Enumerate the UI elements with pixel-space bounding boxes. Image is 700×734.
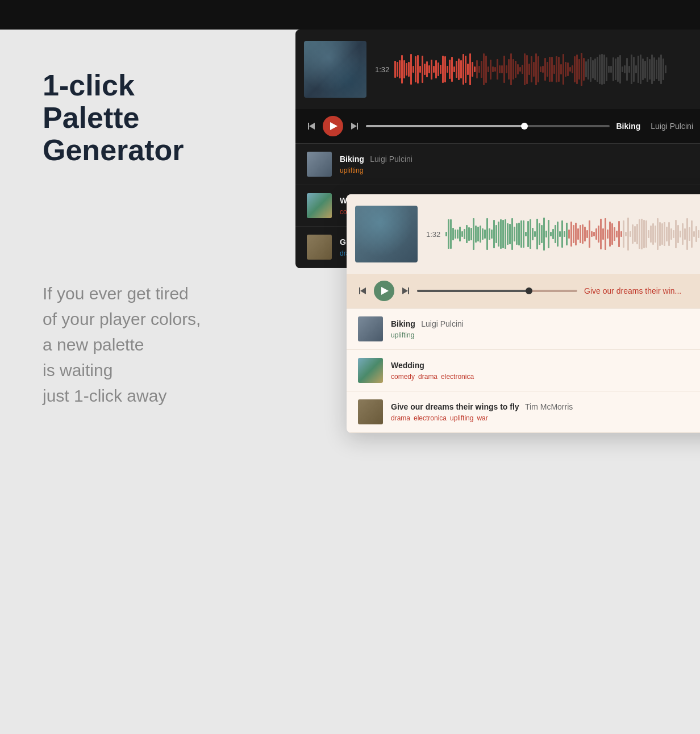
dark-player-track-name: Biking bbox=[616, 122, 641, 131]
dark-player-album-art bbox=[304, 41, 366, 98]
dark-player-progress-fill bbox=[366, 125, 524, 127]
light-player-progress-bar[interactable] bbox=[417, 290, 577, 292]
light-tag-uplifting: uplifting bbox=[391, 331, 414, 339]
light-tag-uplifting2: uplifting bbox=[450, 414, 473, 422]
light-player: 1:32 bbox=[347, 194, 700, 433]
dark-player-next-button[interactable] bbox=[350, 122, 359, 131]
light-track-thumb-wedding bbox=[358, 358, 383, 383]
dark-player-progress-thumb bbox=[521, 123, 528, 130]
light-track-thumb-biking bbox=[358, 316, 383, 341]
light-track-thumb-dreams bbox=[358, 399, 383, 424]
light-player-album-art bbox=[355, 206, 418, 262]
dark-player-waveform-display: 1:32 bbox=[375, 47, 693, 92]
light-tag-war: war bbox=[477, 414, 488, 422]
svg-marker-4 bbox=[360, 287, 366, 294]
light-track-item-biking[interactable]: Biking Luigi Pulcini uplifting bbox=[347, 308, 700, 350]
light-track-meta-dreams: Give our dreams their wings to fly Tim M… bbox=[391, 402, 700, 422]
light-track-name-wedding: Wedding bbox=[391, 361, 424, 370]
dark-track-thumb-biking bbox=[307, 152, 332, 177]
light-player-progress-thumb bbox=[526, 287, 532, 294]
dark-track-thumb-dreams bbox=[307, 235, 332, 260]
light-player-next-button[interactable] bbox=[401, 286, 410, 295]
dark-player-progress-bar[interactable] bbox=[366, 125, 610, 127]
dark-track-name-row: Biking Luigi Pulcini bbox=[340, 154, 693, 164]
dark-player-time: 1:32 bbox=[375, 65, 389, 74]
light-track-artist-biking: Luigi Pulcini bbox=[421, 319, 464, 328]
light-player-prev-button[interactable] bbox=[358, 286, 367, 295]
light-tag-electronica2: electronica bbox=[414, 414, 447, 422]
light-track-tags-biking: uplifting bbox=[391, 331, 700, 339]
light-player-track-info: Give our dreams their win... bbox=[584, 286, 700, 295]
svg-marker-0 bbox=[309, 123, 315, 130]
light-tag-comedy: comedy bbox=[391, 373, 415, 381]
light-player-progress-fill bbox=[417, 290, 529, 292]
svg-marker-2 bbox=[351, 123, 357, 130]
light-track-tags-dreams: drama electronica uplifting war bbox=[391, 414, 700, 422]
light-player-play-icon bbox=[381, 287, 389, 295]
dark-player-track-artist: Luigi Pulcini bbox=[651, 122, 693, 131]
svg-rect-7 bbox=[408, 287, 409, 294]
dark-player-controls: Biking Luigi Pulcini bbox=[295, 109, 700, 143]
dark-player-play-button[interactable] bbox=[323, 116, 343, 136]
page-title: 1-click Palette Generator bbox=[43, 69, 261, 167]
dark-track-thumb-wedding bbox=[307, 193, 332, 218]
dark-track-item-biking[interactable]: Biking Luigi Pulcini uplifting bbox=[295, 144, 700, 185]
svg-rect-5 bbox=[359, 287, 360, 294]
top-bar bbox=[0, 0, 700, 30]
light-track-meta-wedding: Wedding comedy drama electronica bbox=[391, 360, 700, 381]
light-track-name-dreams: Give our dreams their wings to fly bbox=[391, 402, 519, 411]
light-track-artist-dreams: Tim McMorris bbox=[525, 402, 573, 411]
light-track-name-row-biking: Biking Luigi Pulcini bbox=[391, 319, 700, 329]
right-section: 1:32 bbox=[295, 30, 700, 734]
light-track-item-dreams[interactable]: Give our dreams their wings to fly Tim M… bbox=[347, 391, 700, 433]
light-track-tags-wedding: comedy drama electronica bbox=[391, 373, 700, 381]
light-track-meta-biking: Biking Luigi Pulcini uplifting bbox=[391, 319, 700, 339]
dark-track-name-biking: Biking bbox=[340, 155, 364, 164]
title-line2: Palette Generator bbox=[43, 101, 184, 166]
light-tag-electronica: electronica bbox=[441, 373, 474, 381]
tagline: If you ever get tired of your player col… bbox=[43, 281, 261, 408]
light-player-play-button[interactable] bbox=[374, 281, 394, 301]
light-tag-drama2: drama bbox=[391, 414, 410, 422]
light-player-time: 1:32 bbox=[426, 230, 440, 239]
light-player-wave-bars bbox=[445, 217, 700, 251]
light-tag-drama: drama bbox=[418, 373, 438, 381]
svg-rect-1 bbox=[308, 123, 309, 130]
left-section: 1-click Palette Generator If you ever ge… bbox=[0, 30, 295, 734]
dark-track-meta-biking: Biking Luigi Pulcini uplifting bbox=[340, 154, 693, 174]
light-player-waveform: 1:32 bbox=[347, 194, 700, 274]
dark-player-play-icon bbox=[330, 122, 338, 130]
light-player-controls: Give our dreams their win... bbox=[347, 274, 700, 308]
dark-player-waveform: 1:32 bbox=[295, 30, 700, 109]
dark-player-prev-button[interactable] bbox=[307, 122, 316, 131]
svg-rect-3 bbox=[357, 123, 358, 130]
dark-track-artist-biking: Luigi Pulcini bbox=[370, 155, 413, 164]
light-track-item-wedding[interactable]: Wedding comedy drama electronica bbox=[347, 350, 700, 391]
light-track-name-biking: Biking bbox=[391, 319, 415, 328]
light-track-name-row-dreams: Give our dreams their wings to fly Tim M… bbox=[391, 402, 700, 412]
dark-tag-uplifting: uplifting bbox=[340, 166, 363, 174]
title-line1: 1-click bbox=[43, 69, 135, 102]
light-track-name-row-wedding: Wedding bbox=[391, 360, 700, 370]
light-player-tracklist: Biking Luigi Pulcini uplifting Wedding bbox=[347, 308, 700, 433]
main-content: 1-click Palette Generator If you ever ge… bbox=[0, 30, 700, 734]
dark-player-wave-bars bbox=[394, 52, 693, 86]
light-player-waveform-display: 1:32 bbox=[426, 211, 700, 257]
dark-track-tags-biking: uplifting bbox=[340, 166, 693, 174]
svg-marker-6 bbox=[402, 287, 408, 294]
